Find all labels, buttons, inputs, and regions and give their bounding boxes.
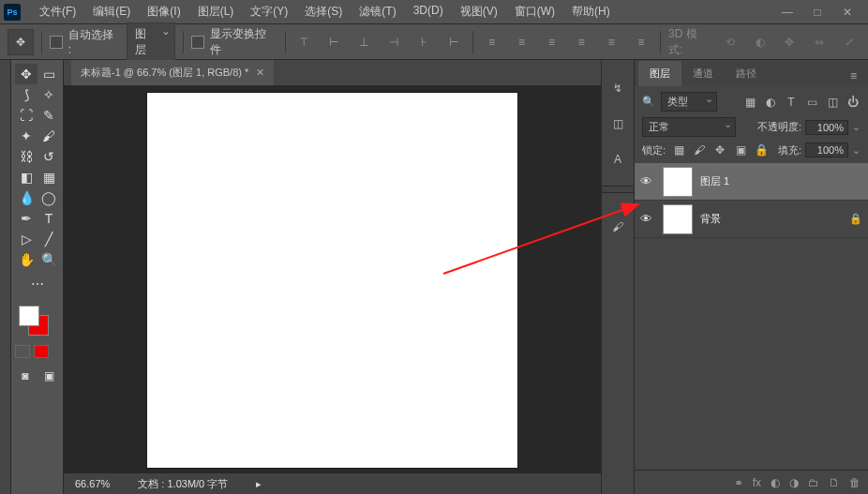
clone-stamp-tool[interactable]: ⛓	[15, 146, 37, 167]
filter-toggle-icon[interactable]: ⏻	[846, 95, 861, 110]
spot-heal-tool[interactable]: ✦	[15, 126, 37, 146]
3d-rotate-icon[interactable]: ⟲	[719, 31, 741, 53]
lock-pixels-icon[interactable]: ▦	[671, 142, 686, 157]
distribute-left-icon[interactable]: ≡	[570, 31, 592, 53]
menu-image[interactable]: 图像(I)	[140, 0, 187, 23]
brush-tool[interactable]: 🖌	[37, 126, 60, 146]
filter-pixel-icon[interactable]: ▦	[742, 95, 757, 110]
layer-name[interactable]: 图层 1	[700, 174, 862, 188]
lock-position-icon[interactable]: ✥	[712, 142, 727, 157]
filter-type-icon[interactable]: T	[784, 95, 799, 110]
3d-pan-icon[interactable]: ✥	[779, 31, 801, 53]
lock-all-icon[interactable]: 🔒	[754, 142, 769, 157]
left-collapse-strip[interactable]	[0, 60, 11, 494]
panel-menu-icon[interactable]: ≡	[843, 66, 864, 86]
new-layer-icon[interactable]: 🗋	[829, 476, 840, 489]
eyedropper-tool[interactable]: ✎	[37, 105, 60, 126]
3d-roll-icon[interactable]: ◐	[749, 31, 771, 53]
align-hcenter-icon[interactable]: ⊦	[412, 31, 435, 53]
path-select-tool[interactable]: ▷	[15, 229, 37, 249]
screen-mode-icon[interactable]: ▣	[39, 366, 60, 386]
adjustment-layer-icon[interactable]: ◑	[789, 476, 799, 489]
distribute-hcenter-icon[interactable]: ≡	[600, 31, 622, 53]
blur-tool[interactable]: 💧	[15, 187, 37, 208]
menu-filter[interactable]: 滤镜(T)	[352, 0, 403, 23]
document-info[interactable]: 文档 : 1.03M/0 字节	[138, 477, 228, 491]
layer-filter-dropdown[interactable]: 类型	[661, 92, 717, 112]
3d-slide-icon[interactable]: ⇔	[808, 31, 831, 53]
hand-tool[interactable]: ✋	[15, 249, 37, 270]
menu-file[interactable]: 文件(F)	[32, 0, 83, 23]
link-layers-icon[interactable]: ⚭	[734, 476, 743, 489]
fill-input[interactable]: 100%	[805, 142, 848, 157]
opacity-input[interactable]: 100%	[805, 120, 848, 135]
visibility-toggle-icon[interactable]: 👁	[640, 212, 655, 226]
auto-select-checkbox[interactable]	[50, 36, 63, 49]
delete-layer-icon[interactable]: 🗑	[849, 476, 861, 489]
auto-select-target-dropdown[interactable]: 图层	[127, 22, 175, 62]
menu-type[interactable]: 文字(Y)	[243, 0, 295, 23]
align-right-icon[interactable]: ⊢	[442, 31, 465, 53]
group-layers-icon[interactable]: 🗀	[808, 476, 819, 489]
menu-layer[interactable]: 图层(L)	[190, 0, 242, 23]
layer-thumbnail[interactable]	[663, 204, 693, 234]
menu-3d[interactable]: 3D(D)	[406, 0, 451, 23]
menu-help[interactable]: 帮助(H)	[564, 0, 618, 23]
filter-adjust-icon[interactable]: ◐	[763, 95, 778, 110]
canvas-viewport[interactable]	[64, 86, 601, 473]
screen-mode-toggle[interactable]	[34, 345, 49, 358]
menu-view[interactable]: 视图(V)	[453, 0, 505, 23]
tab-layers[interactable]: 图层	[638, 61, 681, 86]
layer-style-icon[interactable]: fx	[753, 476, 761, 489]
opacity-caret-icon[interactable]: ⌄	[852, 121, 861, 133]
menu-select[interactable]: 选择(S)	[297, 0, 350, 23]
lasso-tool[interactable]: ⟆	[15, 84, 37, 105]
distribute-right-icon[interactable]: ≡	[630, 31, 652, 53]
marquee-tool[interactable]: ▭	[37, 64, 60, 84]
document-tab[interactable]: 未标题-1 @ 66.7% (图层 1, RGB/8) * ✕	[71, 60, 274, 85]
move-tool[interactable]: ✥	[15, 64, 37, 84]
dodge-tool[interactable]: ◯	[37, 187, 60, 208]
layer-row[interactable]: 👁 图层 1	[635, 163, 868, 201]
lock-artboard-icon[interactable]: ▣	[733, 142, 748, 157]
align-vcenter-icon[interactable]: ⊢	[322, 31, 345, 53]
show-transform-checkbox[interactable]	[191, 36, 204, 49]
canvas[interactable]	[147, 93, 517, 468]
minimize-button[interactable]: —	[778, 3, 797, 22]
panel-divider[interactable]	[602, 186, 634, 193]
history-panel-icon[interactable]: ↯	[608, 79, 627, 97]
layer-row[interactable]: 👁 背景 🔒	[635, 201, 868, 238]
lock-brush-icon[interactable]: 🖌	[692, 142, 707, 157]
fill-caret-icon[interactable]: ⌄	[852, 144, 861, 157]
edit-toolbar-button[interactable]: ⋯	[26, 274, 49, 294]
maximize-button[interactable]: □	[808, 3, 827, 22]
align-top-icon[interactable]: ⊤	[293, 31, 316, 53]
menu-edit[interactable]: 编辑(E)	[85, 0, 138, 23]
3d-scale-icon[interactable]: ⤢	[838, 31, 861, 53]
layer-thumbnail[interactable]	[663, 167, 693, 197]
distribute-top-icon[interactable]: ≡	[481, 31, 503, 53]
filter-search-icon[interactable]: 🔍	[642, 96, 655, 108]
status-caret-icon[interactable]: ▸	[256, 478, 262, 490]
pen-tool[interactable]: ✒	[15, 208, 37, 229]
filter-smart-icon[interactable]: ◫	[825, 95, 840, 110]
distribute-bottom-icon[interactable]: ≡	[541, 31, 563, 53]
eraser-tool[interactable]: ◧	[15, 167, 37, 187]
zoom-level[interactable]: 66.67%	[75, 478, 110, 489]
quick-mask-toggle[interactable]	[15, 345, 30, 358]
visibility-toggle-icon[interactable]: 👁	[640, 174, 655, 188]
filter-shape-icon[interactable]: ▭	[804, 95, 819, 110]
magic-wand-tool[interactable]: ✧	[37, 84, 60, 105]
tool-preset-picker[interactable]: ✥	[7, 29, 34, 55]
layer-name[interactable]: 背景	[700, 212, 842, 226]
align-left-icon[interactable]: ⊣	[382, 31, 405, 53]
line-tool[interactable]: ╱	[37, 229, 60, 249]
distribute-vcenter-icon[interactable]: ≡	[511, 31, 533, 53]
type-tool[interactable]: T	[37, 208, 60, 229]
crop-tool[interactable]: ⛶	[15, 105, 37, 126]
character-panel-icon[interactable]: A	[608, 150, 627, 169]
blend-mode-dropdown[interactable]: 正常	[642, 117, 736, 137]
menu-window[interactable]: 窗口(W)	[507, 0, 562, 23]
close-tab-icon[interactable]: ✕	[256, 67, 264, 79]
close-button[interactable]: ✕	[838, 3, 857, 22]
